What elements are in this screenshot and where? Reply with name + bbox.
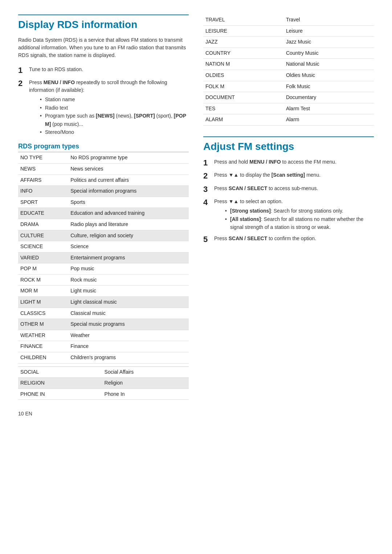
step-content-1: Tune to an RDS station. [29,66,83,73]
fm-step-2: 2Press ▼▲ to display the [Scan setting] … [203,171,374,181]
fm-step-5: 5Press SCAN / SELECT to confirm the opti… [203,235,374,244]
rds-desc: Education and advanced training [68,208,189,219]
rds-code: OTHER M [18,319,68,330]
table-row: PHONE INPhone In [18,389,189,400]
rds-code: SCIENCE [18,241,68,253]
main-title: Display RDS information [18,15,189,30]
table-row: ROCK MRock music [18,274,189,286]
step-1: 1 Tune to an RDS station. [18,66,189,75]
fm-step-content-2: Press ▼▲ to display the [Scan setting] m… [214,171,320,179]
rds-code: CLASSICS [18,308,68,319]
fm-step-number-5: 5 [203,235,214,244]
rds-desc: Social Affairs [102,366,189,378]
table-row: WEATHERWeather [18,330,189,341]
table-row: CHILDRENChildren's programs [18,352,189,364]
table-row: FOLK MFolk Music [203,81,374,92]
rds-desc: Leisure [284,25,374,37]
rds-code: MOR M [18,286,68,297]
page-footer: 10 EN [18,411,374,416]
rds-code: OLDIES [203,70,284,81]
rds-code: LIGHT M [18,297,68,308]
rds-code: PHONE IN [18,389,102,400]
table-row: OLDIESOldies Music [203,70,374,81]
page-lang: EN [25,411,32,416]
page-number: 10 [18,411,24,416]
adjust-fm-title: Adjust FM settings [203,136,374,152]
fm-bullet-list: [Strong stations]: Search for strong sta… [225,207,374,231]
rds-subtitle: RDS program types [18,143,189,152]
table-row: TRAVELTravel [203,15,374,25]
rds-code: COUNTRY [203,48,284,59]
rds-desc: Alarm [284,114,374,126]
rds-desc: Alarm Test [284,103,374,114]
rds-desc: Phone In [102,389,189,400]
table-row: VARIEDEntertainment programs [18,252,189,263]
rds-desc: Culture, religion and society [68,230,189,241]
table-row: DRAMARadio plays and literature [18,219,189,230]
steps-list: 1 Tune to an RDS station. 2 Press MENU /… [18,66,189,136]
rds-desc: Religion [102,378,189,389]
rds-desc: National Music [284,59,374,70]
rds-desc: Jazz Music [284,37,374,48]
step-2: 2 Press MENU / INFO repeatedly to scroll… [18,79,189,136]
bullet-program-type: Program type such as [NEWS] (news), [SPO… [40,112,189,128]
rds-code: EDUCATE [18,208,68,219]
rds-code: NATION M [203,59,284,70]
rds-desc: Sports [68,197,189,208]
rds-code: CHILDREN [18,352,68,364]
rds-code: INFO [18,186,68,197]
rds-desc: Finance [68,341,189,352]
rds-code: VARIED [18,252,68,263]
rds-code: DRAMA [18,219,68,230]
rds-desc: Light music [68,286,189,297]
step-number-2: 2 [18,79,29,88]
fm-bullet-item: [Strong stations]: Search for strong sta… [225,207,374,215]
fm-step-number-4: 4 [203,198,214,207]
rds-desc: Rock music [68,274,189,286]
fm-step-content-1: Press and hold MENU / INFO to access the… [214,158,336,166]
rds-code: FOLK M [203,81,284,92]
rds-code: RELIGION [18,378,102,389]
rds-desc: Oldies Music [284,70,374,81]
table-row: JAZZJazz Music [203,37,374,48]
step-content-2: Press MENU / INFO repeatedly to scroll t… [29,79,189,136]
rds-desc: No RDS programme type [68,152,189,164]
fm-step-content-3: Press SCAN / SELECT to access sub-menus. [214,185,318,192]
table-row: NATION MNational Music [203,59,374,70]
table-row: SOCIALSocial Affairs [18,366,189,378]
rds-code: FINANCE [18,341,68,352]
adjust-fm-section: Adjust FM settings 1Press and hold MENU … [203,136,374,245]
rds-code: CULTURE [18,230,68,241]
table-row: CLASSICSClassical music [18,308,189,319]
rds-code: SPORT [18,197,68,208]
table-row: INFOSpecial information programs [18,186,189,197]
fm-step-content-5: Press SCAN / SELECT to confirm the optio… [214,235,316,242]
rds-code: AFFAIRS [18,175,68,186]
rds-desc: Politics and current affairs [68,175,189,186]
rds-code: NEWS [18,163,68,175]
rds-code: NO TYPE [18,152,68,164]
rds-code: DOCUMENT [203,92,284,103]
step-number-1: 1 [18,66,29,75]
table-row: OTHER MSpecial music programs [18,319,189,330]
table-row: DOCUMENTDocumentary [203,92,374,103]
intro-text: Radio Data System (RDS) is a service tha… [18,36,189,59]
rds-desc: Light classical music [68,297,189,308]
rds-desc: Special information programs [68,186,189,197]
left-column: Display RDS information Radio Data Syste… [18,15,189,400]
table-row: FINANCEFinance [18,341,189,352]
fm-steps-list: 1Press and hold MENU / INFO to access th… [203,158,374,245]
rds-code: JAZZ [203,37,284,48]
rds-code: WEATHER [18,330,68,341]
table-row: COUNTRYCountry Music [203,48,374,59]
page-layout: Display RDS information Radio Data Syste… [18,15,374,400]
table-row: NEWSNews services [18,163,189,175]
rds-code: ALARM [203,114,284,126]
fm-step-number-3: 3 [203,185,214,194]
rds-desc: Weather [68,330,189,341]
fm-step-content-4: Press ▼▲ to select an option.[Strong sta… [214,198,374,231]
rds-code: SOCIAL [18,366,102,378]
rds-desc: Classical music [68,308,189,319]
fm-step-4: 4Press ▼▲ to select an option.[Strong st… [203,198,374,231]
table-row: LIGHT MLight classical music [18,297,189,308]
